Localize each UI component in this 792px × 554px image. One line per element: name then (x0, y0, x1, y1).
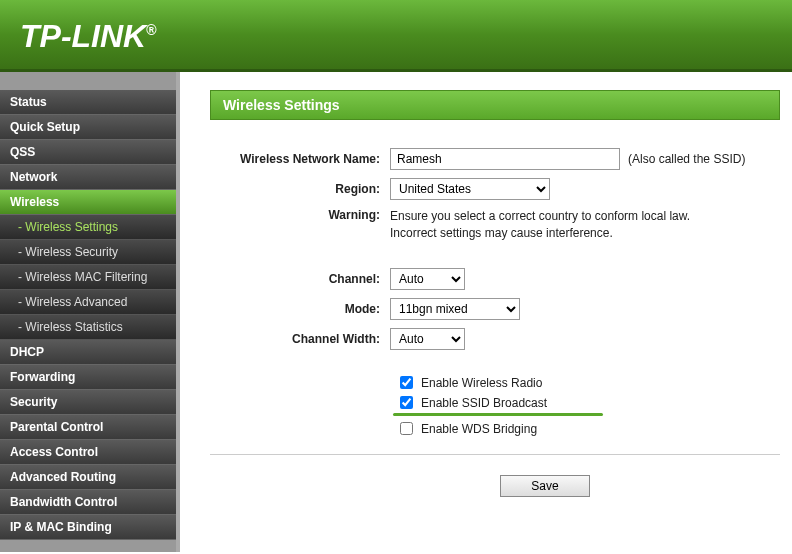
enable-ssid-broadcast-label: Enable SSID Broadcast (421, 396, 547, 410)
mode-label: Mode: (210, 302, 390, 316)
network-name-label: Wireless Network Name: (210, 152, 390, 166)
enable-ssid-broadcast-checkbox[interactable] (400, 396, 413, 409)
subnav-wireless-settings[interactable]: - Wireless Settings (0, 215, 176, 240)
nav-advanced-routing[interactable]: Advanced Routing (0, 465, 176, 490)
save-button[interactable]: Save (500, 475, 589, 497)
nav-security[interactable]: Security (0, 390, 176, 415)
subnav-wireless-statistics[interactable]: - Wireless Statistics (0, 315, 176, 340)
enable-wireless-radio-checkbox[interactable] (400, 376, 413, 389)
header: TP-LINK® (0, 0, 792, 72)
enable-wds-bridging-label: Enable WDS Bridging (421, 422, 537, 436)
region-label: Region: (210, 182, 390, 196)
region-select[interactable]: United States (390, 178, 550, 200)
subnav-wireless-security[interactable]: - Wireless Security (0, 240, 176, 265)
warning-text-2: Incorrect settings may cause interferenc… (390, 225, 780, 242)
nav-access-control[interactable]: Access Control (0, 440, 176, 465)
channel-select[interactable]: Auto (390, 268, 465, 290)
nav-bandwidth-control[interactable]: Bandwidth Control (0, 490, 176, 515)
channel-width-label: Channel Width: (210, 332, 390, 346)
nav-dhcp[interactable]: DHCP (0, 340, 176, 365)
warning-text-1: Ensure you select a correct country to c… (390, 208, 780, 225)
page-title: Wireless Settings (210, 90, 780, 120)
enable-wds-bridging-checkbox[interactable] (400, 422, 413, 435)
nav-status[interactable]: Status (0, 90, 176, 115)
brand-logo: TP-LINK® (20, 18, 772, 55)
nav-ip-mac-binding[interactable]: IP & MAC Binding (0, 515, 176, 540)
warning-label: Warning: (210, 208, 390, 222)
channel-width-select[interactable]: Auto (390, 328, 465, 350)
subnav-wireless-advanced[interactable]: - Wireless Advanced (0, 290, 176, 315)
network-name-input[interactable] (390, 148, 620, 170)
nav-network[interactable]: Network (0, 165, 176, 190)
highlight-underline (393, 413, 603, 416)
nav-qss[interactable]: QSS (0, 140, 176, 165)
enable-wireless-radio-label: Enable Wireless Radio (421, 376, 542, 390)
ssid-hint: (Also called the SSID) (628, 152, 745, 166)
subnav-wireless-mac-filtering[interactable]: - Wireless MAC Filtering (0, 265, 176, 290)
nav-quick-setup[interactable]: Quick Setup (0, 115, 176, 140)
mode-select[interactable]: 11bgn mixed (390, 298, 520, 320)
sidebar: Status Quick Setup QSS Network Wireless … (0, 72, 180, 552)
nav-parental-control[interactable]: Parental Control (0, 415, 176, 440)
main-content: Wireless Settings Wireless Network Name:… (180, 72, 792, 552)
nav-forwarding[interactable]: Forwarding (0, 365, 176, 390)
nav-wireless[interactable]: Wireless (0, 190, 176, 215)
channel-label: Channel: (210, 272, 390, 286)
